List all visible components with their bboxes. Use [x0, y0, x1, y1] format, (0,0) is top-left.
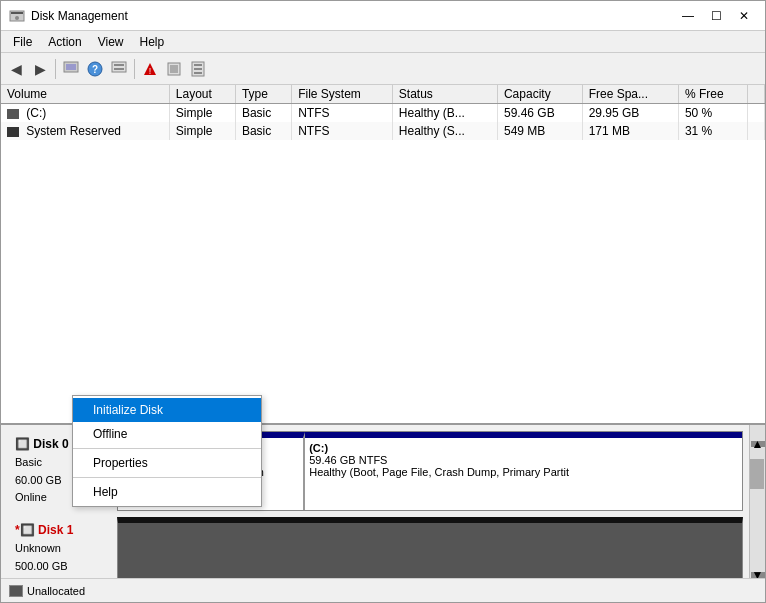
close-button[interactable]: ✕ — [731, 6, 757, 26]
cell-type: Basic — [235, 104, 291, 123]
ctx-separator — [73, 448, 261, 449]
maximize-button[interactable]: ☐ — [703, 6, 729, 26]
menu-action[interactable]: Action — [40, 33, 89, 50]
partition-c-status: Healthy (Boot, Page File, Crash Dump, Pr… — [309, 466, 738, 478]
svg-text:!: ! — [149, 66, 152, 76]
menu-help[interactable]: Help — [132, 33, 173, 50]
toolbar-icon-6[interactable] — [187, 58, 209, 80]
legend-unallocated: Unallocated — [9, 585, 85, 597]
disk-1-row: *🔲 Disk 1 Unknown 500.00 GB Not Initiali… — [7, 517, 743, 578]
volume-table: Volume Layout Type File System Status Ca… — [1, 85, 765, 140]
ctx-separator-2 — [73, 477, 261, 478]
cell-type: Basic — [235, 122, 291, 140]
partition-c-name: (C:) — [309, 442, 738, 454]
scrollbar-track — [750, 449, 765, 572]
cell-capacity: 59.46 GB — [497, 104, 582, 123]
svg-rect-1 — [11, 12, 23, 14]
main-content: Volume Layout Type File System Status Ca… — [1, 85, 765, 602]
menu-view[interactable]: View — [90, 33, 132, 50]
main-window: Disk Management — ☐ ✕ File Action View H… — [0, 0, 766, 603]
table-header-row: Volume Layout Type File System Status Ca… — [1, 85, 765, 104]
window-title: Disk Management — [31, 9, 128, 23]
legend-bar: Unallocated — [1, 578, 765, 602]
cell-layout: Simple — [169, 122, 235, 140]
scrollbar-thumb[interactable] — [750, 459, 764, 489]
cell-extra — [747, 104, 764, 123]
toolbar-icon-5[interactable] — [163, 58, 185, 80]
menu-file[interactable]: File — [5, 33, 40, 50]
col-header-extra — [747, 85, 764, 104]
toolbar-icon-3[interactable] — [108, 58, 130, 80]
toolbar-separator-1 — [55, 59, 56, 79]
svg-rect-13 — [170, 65, 178, 73]
ctx-offline[interactable]: Offline — [73, 422, 261, 446]
cell-volume: (C:) — [1, 104, 169, 123]
col-header-capacity[interactable]: Capacity — [497, 85, 582, 104]
cell-status: Healthy (B... — [392, 104, 497, 123]
cell-free-space: 29.95 GB — [582, 104, 678, 123]
ctx-help[interactable]: Help — [73, 480, 261, 504]
col-header-percent[interactable]: % Free — [678, 85, 747, 104]
svg-rect-7 — [112, 62, 126, 72]
toolbar: ◀ ▶ ? ! — [1, 53, 765, 85]
svg-rect-8 — [114, 64, 124, 66]
cell-free-space: 171 MB — [582, 122, 678, 140]
toolbar-separator-2 — [134, 59, 135, 79]
volume-icon-system — [7, 127, 19, 137]
svg-rect-9 — [114, 68, 124, 70]
cell-capacity: 549 MB — [497, 122, 582, 140]
table-row[interactable]: System Reserved Simple Basic NTFS Health… — [1, 122, 765, 140]
disk-1-label: *🔲 Disk 1 Unknown 500.00 GB Not Initiali… — [7, 517, 117, 578]
back-button[interactable]: ◀ — [5, 58, 27, 80]
col-header-filesystem[interactable]: File System — [292, 85, 393, 104]
cell-percent: 31 % — [678, 122, 747, 140]
scrollbar-up[interactable]: ▲ — [751, 441, 765, 447]
scrollbar[interactable]: ▲ ▼ — [749, 425, 765, 578]
legend-unallocated-box — [9, 585, 23, 597]
svg-text:?: ? — [92, 64, 98, 75]
window-controls: — ☐ ✕ — [675, 6, 757, 26]
disk-0-partition-c[interactable]: (C:) 59.46 GB NTFS Healthy (Boot, Page F… — [305, 432, 742, 510]
col-header-type[interactable]: Type — [235, 85, 291, 104]
toolbar-icon-1[interactable] — [60, 58, 82, 80]
svg-rect-17 — [194, 72, 202, 74]
toolbar-icon-2[interactable]: ? — [84, 58, 106, 80]
ctx-initialize-disk[interactable]: Initialize Disk — [73, 398, 261, 422]
app-icon — [9, 8, 25, 24]
col-header-volume[interactable]: Volume — [1, 85, 169, 104]
svg-rect-4 — [66, 64, 76, 70]
cell-filesystem: NTFS — [292, 104, 393, 123]
cell-layout: Simple — [169, 104, 235, 123]
cell-status: Healthy (S... — [392, 122, 497, 140]
col-header-status[interactable]: Status — [392, 85, 497, 104]
cell-extra — [747, 122, 764, 140]
disk-1-type: Unknown — [15, 540, 109, 558]
volume-table-area[interactable]: Volume Layout Type File System Status Ca… — [1, 85, 765, 425]
svg-rect-16 — [194, 68, 202, 70]
cell-filesystem: NTFS — [292, 122, 393, 140]
table-row[interactable]: (C:) Simple Basic NTFS Healthy (B... 59.… — [1, 104, 765, 123]
title-bar-left: Disk Management — [9, 8, 128, 24]
disk-1-unallocated[interactable] — [117, 517, 743, 578]
volume-icon-c — [7, 109, 19, 119]
col-header-free-space[interactable]: Free Spa... — [582, 85, 678, 104]
disk-1-size: 500.00 GB — [15, 558, 109, 576]
col-header-layout[interactable]: Layout — [169, 85, 235, 104]
menu-bar: File Action View Help — [1, 31, 765, 53]
minimize-button[interactable]: — — [675, 6, 701, 26]
toolbar-icon-4[interactable]: ! — [139, 58, 161, 80]
partition-c-size: 59.46 GB NTFS — [309, 454, 738, 466]
svg-rect-15 — [194, 64, 202, 66]
title-bar: Disk Management — ☐ ✕ — [1, 1, 765, 31]
svg-point-2 — [15, 16, 19, 20]
legend-unallocated-label: Unallocated — [27, 585, 85, 597]
cell-volume: System Reserved — [1, 122, 169, 140]
context-menu: Initialize Disk Offline Properties Help — [72, 395, 262, 507]
forward-button[interactable]: ▶ — [29, 58, 51, 80]
cell-percent: 50 % — [678, 104, 747, 123]
ctx-properties[interactable]: Properties — [73, 451, 261, 475]
disk-1-name: *🔲 Disk 1 — [15, 521, 109, 540]
